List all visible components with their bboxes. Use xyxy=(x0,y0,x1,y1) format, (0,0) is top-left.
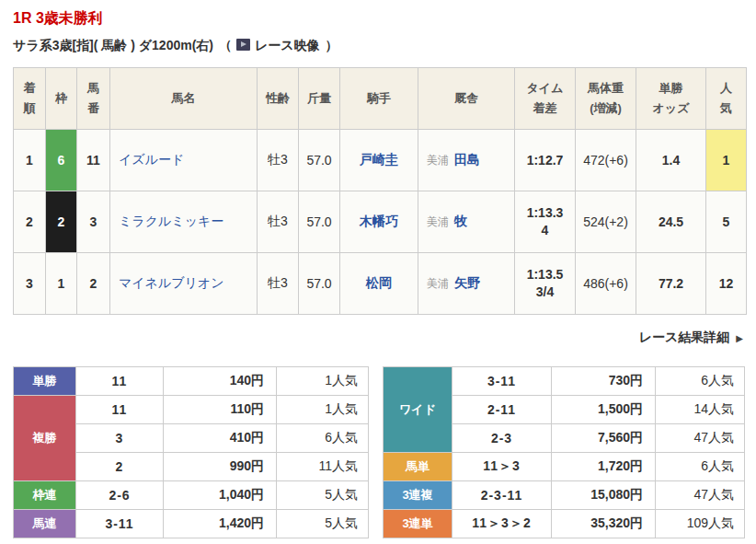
payout-combination: 11＞3 xyxy=(452,453,552,481)
arrow-right-icon: ▶ xyxy=(736,333,743,343)
payout-amount: 7,560円 xyxy=(552,424,656,453)
payout-popularity: 47人気 xyxy=(656,424,745,453)
payout-table-right: ワイド3-11730円6人気2-111,500円14人気2-37,560円47人… xyxy=(383,366,745,538)
payout-amount: 1,040円 xyxy=(164,481,277,510)
payout-amount: 110円 xyxy=(164,396,277,424)
payout-combination: 2-6 xyxy=(76,481,164,510)
bet-type-label: 枠連 xyxy=(14,481,76,510)
payout-popularity: 1人気 xyxy=(277,396,369,424)
sex-age: 牡3 xyxy=(258,253,299,315)
horse-name-link[interactable]: ミラクルミッキー xyxy=(119,214,223,228)
column-header: 馬体重(増減) xyxy=(576,68,636,130)
race-results-table: 着順枠馬番馬名性齢斤量騎手厩舎タイム着差馬体重(増減)単勝オッズ人気 1611イ… xyxy=(13,67,747,315)
jockey-cell: 戸崎圭 xyxy=(340,130,418,191)
payout-combination: 3-11 xyxy=(452,367,552,396)
payout-popularity: 6人気 xyxy=(656,367,745,396)
payout-section: 単勝11140円1人気複勝11110円1人気3410円6人気2990円11人気枠… xyxy=(13,366,743,538)
time-and-margin: 1:13.34 xyxy=(515,191,576,253)
result-row: 223ミラクルミッキー牡357.0木幡巧美浦牧1:13.34524(+2)24.… xyxy=(14,191,747,253)
win-odds: 77.2 xyxy=(636,253,706,315)
horse-name-cell: マイネルブリオン xyxy=(110,253,258,315)
trainer-link[interactable]: 田島 xyxy=(454,152,480,167)
column-header: 性齢 xyxy=(258,68,299,130)
payout-combination: 3-11 xyxy=(76,510,164,538)
payout-combination: 11 xyxy=(76,367,164,396)
carried-weight: 57.0 xyxy=(299,191,340,253)
detail-link-row: レース結果詳細▶ xyxy=(13,329,743,346)
payout-row: 複勝11110円1人気 xyxy=(14,396,369,424)
horse-name-cell: イズルード xyxy=(110,130,258,191)
waku-number: 2 xyxy=(46,191,77,253)
payout-amount: 35,320円 xyxy=(552,510,656,538)
column-header: 厩舎 xyxy=(418,68,515,130)
payout-row: 馬連3-111,420円5人気 xyxy=(14,510,369,538)
paren-open: （ xyxy=(219,38,232,52)
column-header: 着順 xyxy=(14,68,46,130)
payout-amount: 140円 xyxy=(164,367,277,396)
payout-combination: 2-3-11 xyxy=(452,481,552,510)
column-header: 斤量 xyxy=(299,68,340,130)
bet-type-label: 馬連 xyxy=(14,510,76,538)
carried-weight: 57.0 xyxy=(299,130,340,191)
payout-row: 馬単11＞31,720円6人気 xyxy=(384,453,745,481)
payout-popularity: 109人気 xyxy=(656,510,745,538)
horse-name-cell: ミラクルミッキー xyxy=(110,191,258,253)
payout-left-body: 単勝11140円1人気複勝11110円1人気3410円6人気2990円11人気枠… xyxy=(14,367,369,538)
detail-link-label: レース結果詳細 xyxy=(639,330,730,344)
bet-type-label: 単勝 xyxy=(14,367,76,396)
race-result-detail-link[interactable]: レース結果詳細▶ xyxy=(639,330,743,344)
column-header: タイム着差 xyxy=(515,68,576,130)
win-odds: 24.5 xyxy=(636,191,706,253)
waku-number: 1 xyxy=(46,253,77,315)
horse-number: 3 xyxy=(77,191,110,253)
payout-combination: 11 xyxy=(76,396,164,424)
column-header: 馬名 xyxy=(110,68,258,130)
paren-close: ） xyxy=(325,38,338,52)
results-body: 1611イズルード牡357.0戸崎圭美浦田島1:12.7472(+6)1.412… xyxy=(14,130,747,315)
results-header-row: 着順枠馬番馬名性齢斤量騎手厩舎タイム着差馬体重(増減)単勝オッズ人気 xyxy=(14,68,747,130)
stable-region: 美浦 xyxy=(427,277,449,290)
race-conditions-text: サラ系3歳[指]( 馬齢 ) ダ1200m(右) xyxy=(13,38,213,52)
payout-popularity: 5人気 xyxy=(277,510,369,538)
carried-weight: 57.0 xyxy=(299,253,340,315)
payout-amount: 1,420円 xyxy=(164,510,277,538)
result-row: 1611イズルード牡357.0戸崎圭美浦田島1:12.7472(+6)1.41 xyxy=(14,130,747,191)
horse-weight: 472(+6) xyxy=(576,130,636,191)
horse-weight: 524(+2) xyxy=(576,191,636,253)
payout-row: ワイド3-11730円6人気 xyxy=(384,367,745,396)
trainer-link[interactable]: 矢野 xyxy=(454,275,480,290)
payout-popularity: 47人気 xyxy=(656,481,745,510)
bet-type-label: 3連複 xyxy=(384,481,452,510)
payout-row: 3連単11＞3＞235,320円109人気 xyxy=(384,510,745,538)
column-header: 単勝オッズ xyxy=(636,68,706,130)
payout-amount: 15,080円 xyxy=(552,481,656,510)
payout-popularity: 1人気 xyxy=(277,367,369,396)
stable-cell: 美浦矢野 xyxy=(418,253,515,315)
race-result-page: 1R 3歳未勝利 サラ系3歳[指]( 馬齢 ) ダ1200m(右) （レース映像… xyxy=(0,0,756,544)
finish-position: 2 xyxy=(14,191,46,253)
trainer-link[interactable]: 牧 xyxy=(454,214,467,228)
video-icon xyxy=(236,39,250,51)
horse-number: 2 xyxy=(77,253,110,315)
payout-row: 枠連2-61,040円5人気 xyxy=(14,481,369,510)
stable-cell: 美浦田島 xyxy=(418,130,515,191)
stable-region: 美浦 xyxy=(427,215,449,228)
payout-combination: 3 xyxy=(76,424,164,453)
payout-amount: 1,720円 xyxy=(552,453,656,481)
horse-name-link[interactable]: マイネルブリオン xyxy=(119,275,224,290)
jockey-link[interactable]: 松岡 xyxy=(366,275,392,290)
payout-combination: 2-11 xyxy=(452,396,552,424)
column-header: 人気 xyxy=(706,68,747,130)
jockey-link[interactable]: 木幡巧 xyxy=(360,214,398,228)
horse-name-link[interactable]: イズルード xyxy=(119,152,184,167)
column-header: 騎手 xyxy=(340,68,418,130)
horse-number: 11 xyxy=(77,130,110,191)
jockey-link[interactable]: 戸崎圭 xyxy=(360,152,398,167)
win-odds: 1.4 xyxy=(636,130,706,191)
payout-combination: 2-3 xyxy=(452,424,552,453)
race-video-link[interactable]: レース映像 xyxy=(255,38,320,52)
sex-age: 牡3 xyxy=(258,191,299,253)
stable-cell: 美浦牧 xyxy=(418,191,515,253)
result-row: 312マイネルブリオン牡357.0松岡美浦矢野1:13.53/4486(+6)7… xyxy=(14,253,747,315)
jockey-cell: 松岡 xyxy=(340,253,418,315)
